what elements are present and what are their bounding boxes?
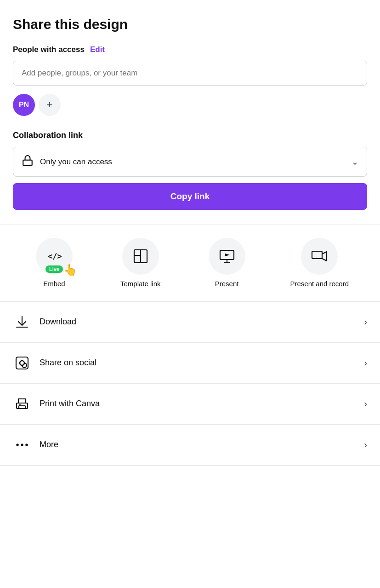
cursor-hand-icon: 👆 [63,264,77,277]
share-social-label: Share on social [40,358,364,368]
avatar-list: PN + [13,94,367,116]
print-label: Print with Canva [40,399,364,409]
svg-point-18 [26,444,28,445]
action-item-more[interactable]: More › [0,425,380,466]
share-option-embed[interactable]: </> 👆 Live Embed [31,238,77,288]
more-label: More [40,440,364,450]
template-label: Template link [120,279,161,288]
present-record-icon-wrap [301,238,338,275]
present-icon-wrap [209,238,245,275]
embed-label: Embed [43,279,65,288]
copy-link-button[interactable]: Copy link [13,183,367,210]
svg-rect-14 [19,406,25,409]
collab-label: Collaboration link [13,131,367,140]
edit-link[interactable]: Edit [90,45,105,54]
svg-rect-9 [312,251,322,259]
share-social-arrow-icon: › [364,357,367,368]
svg-text:</>: </> [48,252,62,261]
share-option-template[interactable]: Template link [118,238,164,288]
share-options-row: </> 👆 Live Embed Template link P [0,225,380,288]
share-option-present[interactable]: Present [204,238,250,288]
download-arrow-icon: › [364,317,367,327]
people-access-label: People with access Edit [13,45,367,54]
template-icon-wrap [122,238,159,275]
share-social-icon [13,354,31,372]
people-search-input[interactable] [13,61,367,86]
print-icon [13,395,31,413]
page-title: Share this design [13,17,367,32]
download-icon [13,313,31,331]
live-badge: Live [45,265,63,273]
more-icon [13,436,31,454]
present-record-label: Present and record [290,279,349,288]
svg-marker-6 [225,254,230,256]
svg-rect-0 [23,160,32,166]
svg-point-17 [22,444,23,445]
action-item-share-social[interactable]: Share on social › [0,343,380,384]
embed-icon-wrap: </> 👆 Live [36,238,73,275]
chevron-down-icon: ⌄ [352,157,358,167]
add-person-button[interactable]: + [39,94,61,116]
download-label: Download [40,317,364,327]
print-arrow-icon: › [364,398,367,409]
present-label: Present [215,279,239,288]
collaboration-section: Collaboration link Only you can access ⌄… [13,131,367,210]
svg-point-16 [17,444,18,445]
lock-icon [22,155,34,169]
action-item-print[interactable]: Print with Canva › [0,384,380,425]
action-list: Download › Share on social › Print with … [0,301,380,466]
access-text: Only you can access [40,157,345,167]
share-option-present-record[interactable]: Present and record [290,238,349,288]
avatar-pn: PN [13,94,35,116]
action-item-download[interactable]: Download › [0,302,380,343]
more-arrow-icon: › [364,439,367,450]
access-dropdown[interactable]: Only you can access ⌄ [13,147,367,177]
